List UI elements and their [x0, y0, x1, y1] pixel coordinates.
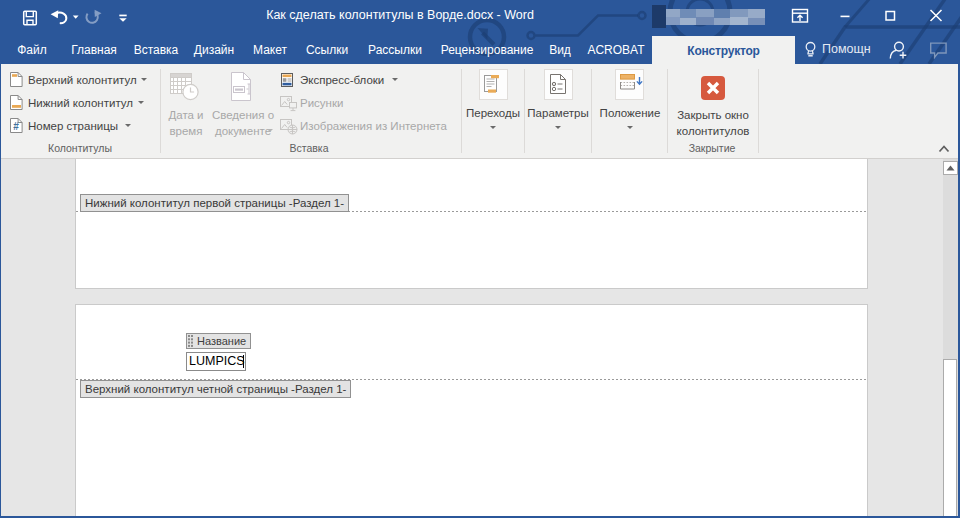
svg-text:#: # — [13, 121, 19, 132]
